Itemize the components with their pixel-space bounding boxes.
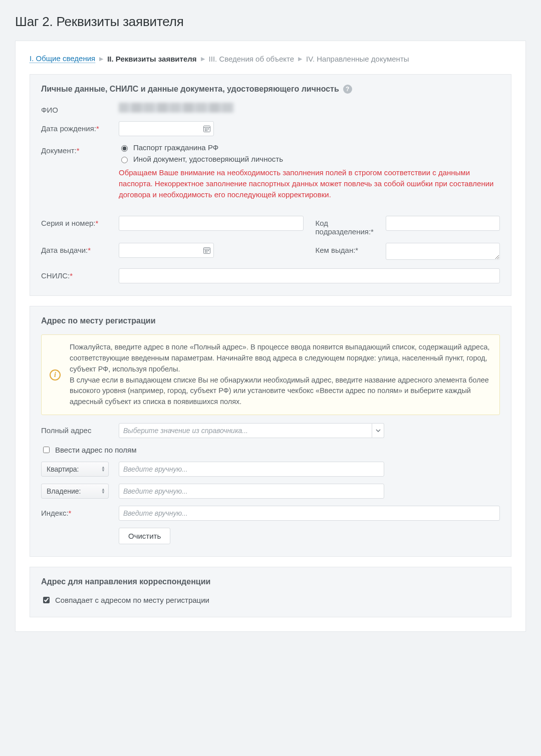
svg-rect-4: [208, 129, 209, 130]
crumb-step2: II. Реквизиты заявителя: [107, 55, 196, 63]
chevron-right-icon: ▶: [201, 56, 205, 62]
ownership-type-select-label: Владение:: [47, 487, 81, 495]
doc-option-other[interactable]: Иной документ, удостоверяющий личность: [119, 155, 500, 163]
section-mail-address-title: Адрес для направления корреспонденции: [41, 577, 500, 586]
svg-rect-11: [208, 250, 209, 251]
same-as-reg-checkbox-label: Совпадает с адресом по месту регистрации: [55, 596, 209, 604]
label-index: Индекс:*: [41, 506, 119, 517]
clear-button[interactable]: Очистить: [119, 528, 170, 544]
doc-radio-passport[interactable]: [121, 145, 128, 152]
issue-date-input[interactable]: [119, 243, 214, 258]
spinner-icon: ▲▼: [101, 488, 105, 494]
page-title: Шаг 2. Реквизиты заявителя: [15, 14, 526, 30]
svg-rect-9: [205, 250, 206, 251]
section-reg-address-title: Адрес по месту регистрации: [41, 316, 500, 325]
chevron-down-icon[interactable]: [372, 423, 384, 438]
svg-rect-13: [206, 252, 207, 253]
chevron-right-icon: ▶: [99, 56, 103, 62]
crumb-step3[interactable]: III. Сведения об объекте: [209, 55, 295, 63]
document-radio-group: Паспорт гражданина РФ Иной документ, удо…: [119, 143, 500, 163]
label-dept-code: Код подразделения:*: [316, 216, 386, 236]
label-document: Документ:*: [41, 143, 119, 155]
flat-type-select[interactable]: Квартира: ▲▼: [41, 462, 109, 477]
doc-radio-other[interactable]: [121, 157, 128, 163]
section-mail-address: Адрес для направления корреспонденции Со…: [30, 567, 511, 617]
spinner-icon: ▲▼: [101, 466, 105, 472]
svg-rect-2: [205, 129, 206, 130]
crumb-step1[interactable]: I. Общие сведения: [30, 54, 95, 63]
address-notice-text: Пожалуйста, введите адрес в поле «Полный…: [70, 343, 490, 406]
help-icon[interactable]: ?: [343, 85, 352, 94]
label-full-address: Полный адрес: [41, 423, 119, 435]
label-fio: ФИО: [41, 103, 119, 114]
svg-rect-5: [205, 130, 206, 131]
fio-value-redacted: [119, 103, 234, 113]
label-dob: Дата рождения:*: [41, 121, 119, 133]
svg-rect-12: [205, 252, 206, 253]
label-series: Серия и номер:*: [41, 216, 119, 227]
dept-code-input[interactable]: [386, 216, 500, 231]
svg-rect-6: [206, 130, 207, 131]
address-notice: i Пожалуйста, введите адрес в поле «Полн…: [41, 334, 500, 415]
form-card: I. Общие сведения ▶ II. Реквизиты заявит…: [15, 41, 526, 632]
calendar-icon[interactable]: [203, 246, 211, 254]
issued-by-input[interactable]: [386, 243, 500, 260]
section-reg-address: Адрес по месту регистрации i Пожалуйста,…: [30, 306, 511, 557]
series-number-input[interactable]: [119, 216, 304, 231]
full-address-combo[interactable]: Выберите значение из справочника...: [119, 423, 384, 438]
dob-input[interactable]: [119, 121, 214, 136]
breadcrumb: I. Общие сведения ▶ II. Реквизиты заявит…: [30, 54, 511, 63]
crumb-step4[interactable]: IV. Направленные документы: [306, 55, 409, 63]
section-personal-title: Личные данные, СНИЛС и данные документа,…: [41, 85, 500, 94]
calendar-icon[interactable]: [203, 125, 211, 133]
doc-radio-other-label: Иной документ, удостоверяющий личность: [133, 155, 283, 163]
passport-warning: Обращаем Ваше внимание на необходимость …: [119, 167, 500, 200]
same-as-reg-checkbox[interactable]: [43, 597, 50, 603]
doc-radio-passport-label: Паспорт гражданина РФ: [133, 143, 218, 152]
svg-rect-3: [206, 129, 207, 130]
flat-type-select-label: Квартира:: [47, 465, 79, 473]
svg-rect-10: [206, 250, 207, 251]
doc-option-passport[interactable]: Паспорт гражданина РФ: [119, 143, 500, 152]
ownership-value-input[interactable]: [119, 484, 384, 499]
chevron-right-icon: ▶: [298, 56, 302, 62]
label-issue-date: Дата выдачи:*: [41, 243, 119, 254]
section-personal-title-text: Личные данные, СНИЛС и данные документа,…: [41, 85, 339, 94]
snils-input[interactable]: [119, 268, 500, 283]
manual-address-checkbox[interactable]: [43, 447, 50, 453]
ownership-type-select[interactable]: Владение: ▲▼: [41, 484, 109, 499]
info-icon: i: [50, 369, 61, 381]
label-snils: СНИЛС:*: [41, 268, 119, 280]
index-input[interactable]: [119, 506, 500, 521]
label-issued-by: Кем выдан:*: [316, 243, 386, 254]
full-address-input[interactable]: Выберите значение из справочника...: [119, 423, 372, 438]
flat-value-input[interactable]: [119, 462, 384, 477]
section-personal: Личные данные, СНИЛС и данные документа,…: [30, 74, 511, 296]
manual-address-checkbox-label: Ввести адрес по полям: [55, 446, 136, 454]
